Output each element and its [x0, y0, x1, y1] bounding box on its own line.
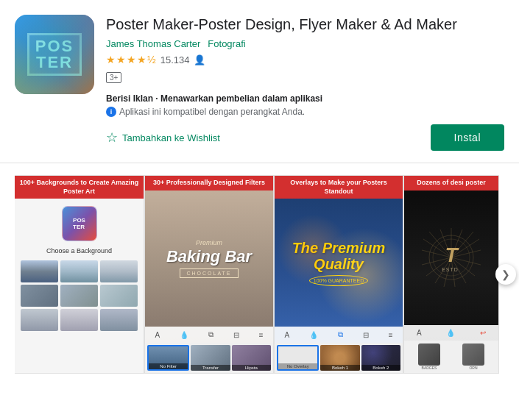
badge-label-1: BADGES: [418, 366, 440, 370]
age-badge: 3+: [106, 72, 121, 83]
ss4-toolbar-drop: 💧: [446, 329, 455, 337]
wishlist-icon: ☆: [106, 129, 118, 146]
app-title: Poster Maker-Poster Design, Flyer Maker …: [106, 15, 504, 34]
ss2-banner: 30+ Professionally Designed Filters: [145, 176, 273, 191]
ss3-toolbar-a: A: [284, 331, 289, 339]
person-icon: 👤: [194, 54, 205, 65]
compat-row: i Aplikasi ini kompatibel dengan perangk…: [106, 107, 504, 117]
ss3-toolbar-copy: ⧉: [338, 330, 343, 339]
badge-1: BADGES: [418, 344, 440, 370]
ss3-banner: Overlays to Make your Posters Standout: [275, 176, 403, 199]
toolbar-drop-icon: 💧: [180, 331, 188, 339]
ss2-toolbar: A 💧 ⧉ ⊟ ≡: [145, 327, 273, 343]
filter-label-1: No Filter: [149, 363, 188, 369]
bg-thumb-9[interactable]: [100, 309, 138, 331]
bg-thumb-3[interactable]: [100, 260, 138, 282]
badge-2: ORN: [462, 344, 484, 370]
developer-name[interactable]: James Thomas Carter: [106, 38, 200, 49]
bg-thumb-2[interactable]: [60, 260, 98, 282]
filter-label-6: Bokeh 2: [361, 365, 400, 371]
vint-text: T ESTD.: [442, 243, 461, 272]
category-name[interactable]: Fotografi: [208, 38, 245, 49]
star-2: ★: [116, 54, 126, 65]
filter-bokeh1[interactable]: Bokeh 1: [320, 345, 359, 371]
bg-thumb-6[interactable]: [100, 285, 138, 307]
compat-label: Aplikasi ini kompatibel dengan perangkat…: [119, 107, 305, 117]
ss3-toolbar: A 💧 ⧉ ⊟ ≡: [275, 327, 403, 343]
ss3-toolbar-layers: ≡: [389, 331, 393, 339]
bg-grid: [21, 260, 138, 331]
ss2-filter-row: No Filter Transfer Hipsta: [145, 343, 273, 373]
star-1: ★: [106, 54, 116, 65]
ss1-content: POSTER Choose a Background: [15, 199, 144, 373]
filter-hipsta[interactable]: Hipsta: [232, 345, 271, 371]
wishlist-button[interactable]: ☆ Tambahkan ke Wishlist: [106, 129, 220, 146]
screenshots-container: 100+ Backgrounds to Create Amazing Poste…: [0, 175, 519, 374]
screenshot-1: 100+ Backgrounds to Create Amazing Poste…: [15, 175, 144, 374]
ads-label: Berisi Iklan · Menawarkan pembelian dala…: [106, 93, 504, 104]
ss3-toolbar-drop: 💧: [309, 331, 318, 339]
ads-label-text: Berisi Iklan · Menawarkan pembelian dala…: [106, 93, 322, 104]
star-rating: ★ ★ ★ ★ ½: [106, 54, 156, 65]
filter-label-3: Hipsta: [232, 365, 271, 371]
ss4-bottom: BADGES ORN: [404, 341, 498, 373]
toolbar-copy-icon: ⧉: [208, 330, 213, 339]
ss4-toolbar: A 💧 ↩: [404, 325, 498, 341]
vint-letter: T: [442, 243, 461, 267]
filter-label-4: No Overlay: [278, 363, 317, 369]
badge-label-2: ORN: [462, 366, 484, 370]
badge-icon-1: [418, 344, 440, 366]
star-3: ★: [127, 54, 136, 65]
filter-no-filter[interactable]: No Filter: [147, 345, 189, 371]
ss4-toolbar-a: A: [417, 329, 422, 337]
ss3-content: The Premium Quality 100% GUARANTEED: [275, 199, 403, 327]
baking-title: Baking Bar: [166, 248, 252, 266]
filter-bokeh2[interactable]: Bokeh 2: [361, 345, 400, 371]
bg-thumb-8[interactable]: [60, 309, 98, 331]
toolbar-text-icon: A: [155, 331, 160, 339]
ss3-filter-row: No Overlay Bokeh 1 Bokeh 2: [275, 343, 403, 373]
ss1-banner: 100+ Backgrounds to Create Amazing Poste…: [15, 176, 144, 199]
screenshot-4: Dozens of desi poster: [403, 175, 499, 374]
filter-no-overlay[interactable]: No Overlay: [277, 345, 319, 371]
info-icon: i: [106, 107, 116, 117]
action-row: ☆ Tambahkan ke Wishlist Instal: [106, 124, 504, 151]
screenshot-2: 30+ Professionally Designed Filters Prem…: [144, 175, 274, 374]
screenshot-3: Overlays to Make your Posters Standout T…: [274, 175, 403, 374]
ss4-content: T ESTD.: [404, 191, 498, 325]
rating-row: ★ ★ ★ ★ ½ 15.134 👤: [106, 54, 504, 65]
badge-icon-2: [462, 344, 484, 366]
vint-estd: ESTD.: [442, 267, 461, 272]
ss3-toolbar-sliders: ⊟: [363, 331, 369, 339]
app-icon: POS TER: [15, 15, 94, 94]
ss1-choose-label: Choose a Background: [46, 247, 112, 255]
app-info: Poster Maker-Poster Design, Flyer Maker …: [106, 15, 504, 151]
ss2-content: Premium Baking Bar CHOCOLATE: [145, 191, 273, 327]
star-4: ★: [137, 54, 146, 65]
toolbar-sliders-icon: ⊟: [233, 331, 239, 339]
vint-emblem: T ESTD.: [422, 228, 481, 287]
ss4-toolbar-back: ↩: [480, 329, 486, 337]
baking-sub: CHOCOLATE: [180, 268, 238, 278]
app-meta: James Thomas Carter Fotografi: [106, 38, 504, 49]
mini-poster-icon: POSTER: [62, 206, 97, 241]
ss4-banner: Dozens of desi poster: [404, 176, 498, 191]
badges-row: BADGES ORN: [407, 344, 495, 370]
filter-label-2: Transfer: [191, 365, 230, 371]
bg-thumb-5[interactable]: [60, 285, 98, 307]
baking-premium: Premium: [196, 239, 222, 246]
app-header-section: POS TER Poster Maker-Poster Design, Flye…: [0, 0, 519, 163]
wishlist-label: Tambahkan ke Wishlist: [122, 132, 220, 143]
star-5-half: ½: [147, 54, 156, 65]
bg-thumb-4[interactable]: [21, 285, 58, 307]
filter-label-5: Bokeh 1: [320, 365, 359, 371]
screenshots-section: 100+ Backgrounds to Create Amazing Poste…: [0, 163, 519, 385]
bg-thumb-1[interactable]: [21, 260, 58, 282]
bg-thumb-7[interactable]: [21, 309, 58, 331]
next-arrow[interactable]: ❯: [495, 264, 516, 285]
filter-transfer[interactable]: Transfer: [191, 345, 230, 371]
bokeh-overlay: [275, 199, 403, 327]
install-button[interactable]: Instal: [431, 124, 504, 151]
toolbar-layers-icon: ≡: [259, 331, 264, 339]
rating-count: 15.134: [160, 54, 190, 65]
